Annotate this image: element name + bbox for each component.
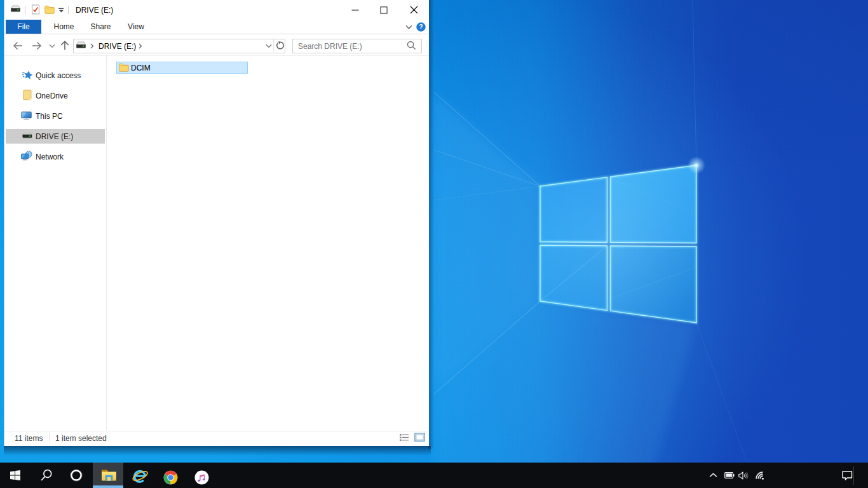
svg-text:?: ? — [419, 23, 423, 30]
